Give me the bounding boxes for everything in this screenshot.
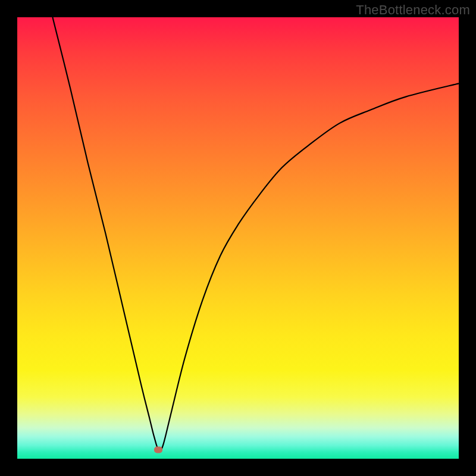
chart-plot-area — [17, 17, 459, 459]
bottleneck-curve — [17, 17, 459, 459]
optimal-point-marker — [154, 447, 162, 453]
watermark-text: TheBottleneck.com — [356, 2, 470, 18]
curve-path — [52, 17, 459, 451]
